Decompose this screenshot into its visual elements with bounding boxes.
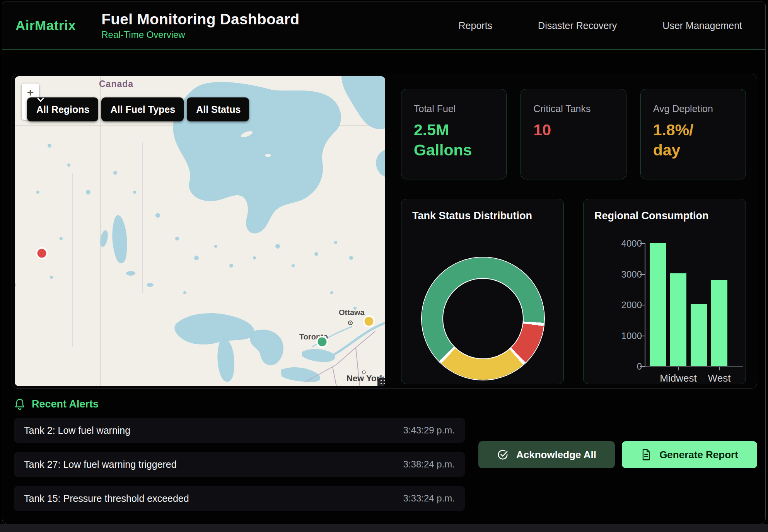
header: AirMatrix Fuel Monitoring Dashboard Real… (2, 2, 765, 50)
bar (711, 280, 727, 366)
donut-hole (442, 278, 524, 359)
tank-marker-normal[interactable] (317, 337, 328, 347)
y-tick-label: 2000 (621, 300, 642, 310)
regional-consumption-panel: Regional Consumption 40003000200010000Mi… (583, 199, 746, 384)
kpi-label: Avg Depletion (653, 103, 746, 114)
alert-timestamp: 3:33:24 p.m. (403, 493, 455, 504)
page-title: Fuel Monitoring Dashboard (101, 11, 299, 28)
map-label-canada: Canada (99, 79, 133, 89)
x-axis (642, 367, 743, 367)
map-label-ottawa: Ottawa (339, 308, 365, 317)
status-filter-value: All Status (196, 104, 241, 115)
map-canvas: Canada Ottawa Toronto New York (15, 76, 385, 386)
kpi-label: Critical Tanks (533, 103, 626, 114)
y-tick-label: 0 (637, 361, 642, 372)
tank-status-title: Tank Status Distribution (401, 199, 563, 222)
nav-user-management[interactable]: User Management (662, 20, 742, 31)
alert-text: Tank 15: Pressure threshold exceeded (24, 493, 189, 504)
bar (670, 273, 686, 366)
dashboard-panel: Canada Ottawa Toronto New York + − All R… (12, 74, 757, 389)
alert-row[interactable]: Tank 27: Low fuel warning triggered 3:38… (14, 452, 465, 477)
acknowledge-all-label: Acknowledge All (516, 449, 596, 461)
bar-plot (650, 243, 727, 366)
bar (691, 304, 707, 366)
document-icon (641, 449, 652, 460)
kpi-value: 1.8%/ day (653, 120, 730, 160)
x-tick-label: West (708, 372, 731, 384)
bar-chart: 40003000200010000MidwestWest (584, 199, 746, 384)
fuel-type-filter-dropdown[interactable]: All Fuel Types (101, 97, 184, 121)
generate-report-button[interactable]: Generate Report (622, 441, 757, 468)
x-tick (719, 367, 720, 370)
bar (650, 243, 666, 366)
alert-text: Tank 27: Low fuel warning triggered (24, 459, 177, 470)
acknowledge-all-button[interactable]: Acknowledge All (478, 441, 615, 468)
bell-icon (14, 398, 26, 410)
alert-timestamp: 3:43:29 p.m. (403, 425, 455, 436)
tank-status-panel: Tank Status Distribution (401, 199, 564, 384)
alert-row[interactable]: Tank 15: Pressure threshold exceeded 3:3… (14, 486, 465, 511)
y-tick-label: 4000 (621, 238, 642, 249)
map-filter-bar: All Regions All Fuel Types All Status (27, 97, 249, 121)
fuel-map[interactable]: Canada Ottawa Toronto New York + − All R… (15, 76, 385, 386)
alert-row[interactable]: Tank 2: Low fuel warning 3:43:29 p.m. (14, 418, 465, 443)
nav-disaster-recovery[interactable]: Disaster Recovery (538, 20, 617, 31)
chevron-down-icon (37, 97, 44, 102)
kpi-row: Total Fuel 2.5M Gallons Critical Tanks 1… (401, 89, 746, 179)
y-tick-label: 1000 (621, 331, 642, 341)
kpi-total-fuel: Total Fuel 2.5M Gallons (401, 89, 507, 179)
kpi-value: 2.5M Gallons (414, 120, 491, 160)
title-block: Fuel Monitoring Dashboard Real-Time Over… (101, 11, 299, 40)
footer-strip (0, 524, 768, 532)
recent-alerts-title: Recent Alerts (32, 398, 99, 410)
x-tick (678, 367, 679, 370)
kpi-value: 10 (533, 120, 611, 140)
region-filter-value: All Regions (36, 104, 90, 115)
recent-alerts-heading: Recent Alerts (14, 398, 99, 410)
page-subtitle: Real-Time Overview (101, 29, 299, 40)
y-axis (645, 243, 645, 367)
generate-report-label: Generate Report (659, 449, 738, 461)
check-circle-icon (497, 449, 509, 460)
alert-text: Tank 2: Low fuel warning (24, 425, 130, 436)
fuel-type-filter-value: All Fuel Types (111, 104, 176, 115)
kpi-label: Total Fuel (414, 103, 506, 114)
charts-row: Tank Status Distribution Regional Consum… (401, 199, 746, 384)
main-nav: Reports Disaster Recovery User Managemen… (459, 20, 742, 31)
kpi-avg-depletion: Avg Depletion 1.8%/ day (640, 89, 746, 179)
app-window: AirMatrix Fuel Monitoring Dashboard Real… (2, 2, 766, 524)
status-filter-dropdown[interactable]: All Status (187, 97, 249, 121)
donut-ring (422, 257, 544, 380)
nav-reports[interactable]: Reports (459, 20, 493, 31)
tank-marker-warning[interactable] (364, 316, 374, 327)
alert-timestamp: 3:38:24 p.m. (403, 459, 455, 470)
tank-marker-critical[interactable] (37, 248, 47, 259)
app-logo: AirMatrix (15, 18, 76, 33)
x-tick-label: Midwest (660, 372, 696, 384)
y-tick-label: 3000 (621, 269, 642, 280)
kpi-critical-tanks: Critical Tanks 10 (521, 89, 626, 179)
map-resize-grip-icon[interactable] (377, 378, 385, 386)
right-column: Total Fuel 2.5M Gallons Critical Tanks 1… (401, 89, 746, 384)
